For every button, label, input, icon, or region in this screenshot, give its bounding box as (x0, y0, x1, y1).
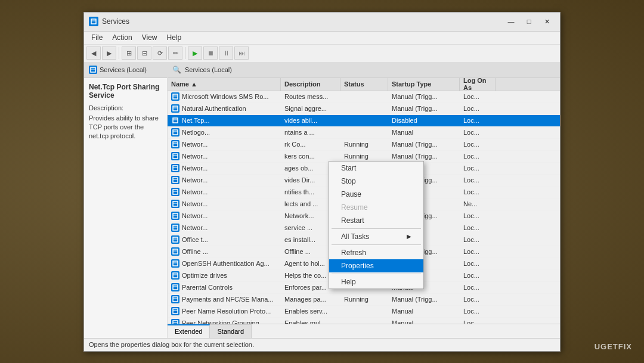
cell-name: Offline ... (168, 246, 281, 257)
cell-name: Peer Networking Grouping (168, 318, 281, 324)
cell-log: Loc... (460, 282, 496, 293)
service-name-text: Networ... (182, 141, 208, 148)
list-item[interactable]: Net.Tcp...vides abil...DisabledLoc... (168, 115, 560, 127)
svg-rect-8 (173, 118, 178, 123)
cell-name: Natural Authentication (168, 103, 281, 114)
service-icon (171, 271, 179, 280)
col-header-startup[interactable]: Startup Type (388, 78, 460, 91)
svg-rect-18 (173, 178, 178, 182)
svg-rect-24 (173, 213, 178, 218)
cell-name: Netlogo... (168, 127, 281, 138)
list-item[interactable]: Peer Networking GroupingEnables mul...Ma… (168, 318, 560, 324)
ctx-sep-3 (332, 274, 421, 274)
ctx-refresh[interactable]: Refresh (329, 246, 423, 259)
ctx-restart[interactable]: Restart (329, 214, 423, 227)
toolbar-refresh[interactable]: ⟳ (153, 46, 167, 60)
svg-rect-28 (173, 237, 178, 242)
cell-startup: Manual (Trigg... (388, 294, 460, 305)
cell-log: Loc... (460, 163, 496, 174)
cell-status: Running (340, 139, 388, 150)
svg-rect-32 (173, 261, 178, 266)
cell-log: Loc... (460, 222, 496, 234)
cell-log: Loc... (460, 210, 496, 222)
svg-rect-34 (173, 273, 178, 278)
service-name-text: Networ... (182, 212, 208, 219)
tab-standard[interactable]: Standard (210, 324, 252, 338)
cell-name: Networ... (168, 210, 281, 222)
service-name-text: Networ... (182, 153, 208, 160)
sidebar-header: Services (Local) (84, 63, 167, 78)
service-name-text: Networ... (182, 176, 208, 184)
ctx-properties[interactable]: Properties (329, 259, 423, 272)
ctx-all-tasks[interactable]: All Tasks ▶ (329, 230, 423, 243)
cell-startup: Manual (Trigg... (388, 103, 460, 114)
menu-view[interactable]: View (137, 32, 162, 43)
minimize-button[interactable]: — (503, 15, 519, 27)
toolbar-play[interactable]: ▶ (188, 46, 202, 60)
service-icon (171, 152, 179, 160)
col-header-name[interactable]: Name ▲ (168, 78, 281, 91)
tab-extended[interactable]: Extended (168, 324, 210, 338)
sidebar: Services (Local) Net.Tcp Port Sharing Se… (84, 63, 168, 338)
list-item[interactable]: Networ...rk Co...RunningManual (Trigg...… (168, 139, 560, 151)
cell-log: Loc... (460, 258, 496, 269)
service-icon (171, 307, 179, 315)
service-name-text: Optimize drives (182, 272, 227, 279)
list-item[interactable]: Netlogo...ntains a ...ManualLoc... (168, 127, 560, 139)
list-item[interactable]: Microsoft Windows SMS Ro...Routes mess..… (168, 91, 560, 103)
toolbar-edit[interactable]: ✏ (168, 46, 182, 60)
cell-name: Networ... (168, 175, 281, 186)
list-item[interactable]: Peer Name Resolution Proto...Enables ser… (168, 306, 560, 318)
cell-startup: Manual (Trigg... (388, 91, 460, 103)
cell-status (340, 127, 388, 138)
cell-desc: Enables mul... (281, 318, 340, 324)
toolbar-pause[interactable]: ⏸ (219, 46, 233, 60)
toolbar: ◀ ▶ ⊞ ⊟ ⟳ ✏ ▶ ⏹ ⏸ ⏭ (84, 45, 560, 63)
toolbar-back[interactable]: ◀ (86, 46, 101, 60)
cell-name: Peer Name Resolution Proto... (168, 306, 281, 317)
list-item[interactable]: Natural AuthenticationSignal aggre...Man… (168, 103, 560, 115)
toolbar-up[interactable]: ⊞ (122, 46, 136, 60)
cell-log: Loc... (460, 103, 496, 114)
ctx-stop[interactable]: Stop (329, 175, 423, 188)
content-area: Services (Local) Net.Tcp Port Sharing Se… (84, 63, 560, 338)
col-header-desc[interactable]: Description (281, 78, 340, 91)
ctx-pause[interactable]: Pause (329, 188, 423, 201)
cell-startup: Manual (388, 306, 460, 317)
search-icon: 🔍 (172, 66, 181, 74)
svg-rect-10 (173, 130, 178, 135)
list-item[interactable]: Payments and NFC/SE Mana...Manages pa...… (168, 294, 560, 306)
ctx-start[interactable]: Start (329, 162, 423, 175)
toolbar-show[interactable]: ⊟ (137, 46, 151, 60)
toolbar-forward[interactable]: ▶ (102, 46, 116, 60)
menu-action[interactable]: Action (107, 32, 137, 43)
toolbar-sep-2 (185, 47, 185, 59)
ctx-help[interactable]: Help (329, 275, 423, 288)
cell-log: Loc... (460, 91, 496, 103)
cell-startup: Manual (Trigg... (388, 139, 460, 150)
svg-rect-16 (173, 166, 178, 170)
toolbar-skip[interactable]: ⏭ (234, 46, 249, 60)
menu-file[interactable]: File (86, 32, 107, 43)
menu-help[interactable]: Help (162, 32, 187, 43)
maximize-button[interactable]: □ (521, 15, 537, 27)
service-icon (171, 104, 179, 113)
col-header-status[interactable]: Status (340, 78, 388, 91)
service-name-text: Net.Tcp... (182, 117, 209, 124)
svg-rect-20 (173, 190, 178, 194)
cell-status (340, 115, 388, 126)
toolbar-stop[interactable]: ⏹ (203, 46, 218, 60)
cell-name: Networ... (168, 151, 281, 162)
svg-rect-2 (91, 67, 95, 72)
cell-name: Networ... (168, 222, 281, 234)
cell-log: Loc... (460, 234, 496, 246)
service-icon (171, 116, 179, 125)
watermark: UGETFIX (595, 342, 632, 351)
service-icon (171, 224, 179, 232)
service-icon (171, 235, 179, 244)
sidebar-description-text: Provides ability to share TCP ports over… (89, 114, 162, 141)
col-header-log[interactable]: Log On As (460, 78, 496, 91)
cell-log: Loc... (460, 318, 496, 324)
close-button[interactable]: ✕ (538, 15, 555, 27)
svg-rect-0 (91, 19, 96, 24)
